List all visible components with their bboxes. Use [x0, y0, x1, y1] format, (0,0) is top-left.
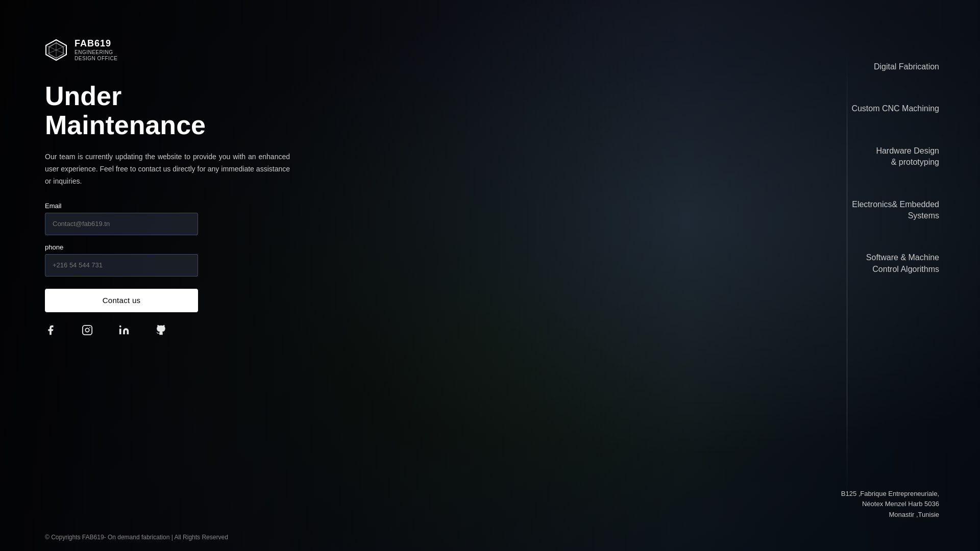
facebook-icon[interactable]: [45, 324, 56, 339]
logo-area[interactable]: FAB619 ENGINEERING DESIGN OFFICE: [45, 38, 117, 62]
description-text: Our team is currently updating the websi…: [45, 151, 290, 187]
heading-line1: Under: [45, 81, 121, 111]
nav-item-software-machine[interactable]: Software & MachineControl Algorithms: [851, 252, 939, 275]
svg-point-8: [119, 325, 121, 328]
heading-line2: Maintenance: [45, 110, 206, 140]
svg-point-7: [89, 327, 90, 328]
address-line1: B125 ,Fabrique Entrepreneuriale,: [841, 489, 939, 499]
svg-rect-5: [83, 325, 92, 335]
contact-us-button[interactable]: Contact us: [45, 289, 198, 312]
phone-input[interactable]: [45, 254, 198, 277]
linkedin-icon[interactable]: [118, 324, 130, 339]
nav-item-electronics[interactable]: Electronics& EmbeddedSystems: [851, 199, 939, 222]
email-field-group: Email: [45, 202, 300, 235]
right-decorative-line: [847, 56, 847, 495]
phone-label: phone: [45, 243, 300, 251]
phone-field-group: phone: [45, 243, 300, 277]
page-heading: Under Maintenance: [45, 82, 300, 140]
right-navigation: Digital Fabrication Custom CNC Machining…: [851, 61, 939, 275]
nav-item-digital-fabrication[interactable]: Digital Fabrication: [851, 61, 939, 72]
nav-item-cnc-machining[interactable]: Custom CNC Machining: [851, 103, 939, 114]
logo-icon: [45, 39, 67, 61]
page-content: FAB619 ENGINEERING DESIGN OFFICE Under M…: [0, 0, 980, 551]
copyright-text: © Copyrights FAB619- On demand fabricati…: [45, 534, 228, 541]
footer-copyright: © Copyrights FAB619- On demand fabricati…: [45, 534, 228, 541]
social-icons-group: [45, 324, 300, 339]
svg-point-6: [85, 328, 89, 332]
main-content: Under Maintenance Our team is currently …: [45, 82, 300, 339]
instagram-icon[interactable]: [82, 324, 93, 339]
address-line3: Monastir ,Tunisie: [841, 510, 939, 520]
email-label: Email: [45, 202, 300, 210]
nav-item-hardware-design[interactable]: Hardware Design& prototyping: [851, 145, 939, 168]
logo-subtitle-line1: ENGINEERING: [75, 49, 117, 56]
logo-text: FAB619 ENGINEERING DESIGN OFFICE: [75, 38, 117, 62]
logo-subtitle-line2: DESIGN OFFICE: [75, 56, 117, 62]
email-input[interactable]: [45, 213, 198, 235]
address-line2: Néotex Menzel Harb 5036: [841, 499, 939, 510]
address-block: B125 ,Fabrique Entrepreneuriale, Néotex …: [841, 489, 939, 520]
logo-title: FAB619: [75, 38, 117, 49]
github-icon[interactable]: [155, 324, 166, 339]
